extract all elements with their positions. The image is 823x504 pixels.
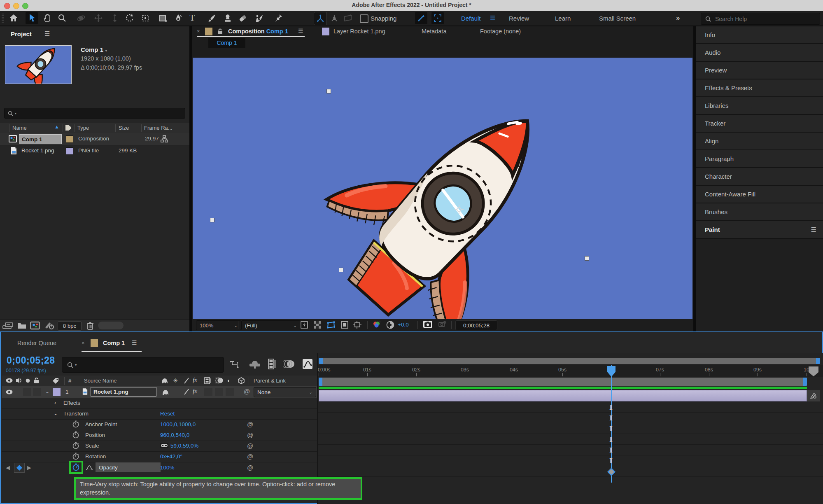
scrollbar-left-cap[interactable] [319, 358, 323, 364]
anchor-point-crosshair[interactable] [455, 205, 464, 214]
orbit-camera-tool[interactable] [75, 12, 87, 24]
opacity-keyframe[interactable] [607, 468, 616, 476]
row-name[interactable]: Rocket 1.png [21, 147, 54, 154]
sort-ascending-icon[interactable]: ▲ [54, 124, 59, 130]
effects-group-label[interactable]: Effects [63, 400, 80, 406]
layer-bar-end-cell[interactable] [807, 390, 820, 401]
zoom-tool[interactable] [56, 12, 68, 24]
selection-tool[interactable] [26, 12, 38, 24]
interpret-footage-icon[interactable] [2, 322, 13, 329]
label-color-swatch[interactable] [66, 135, 73, 143]
rotation-tool[interactable] [124, 12, 136, 24]
scale-stopwatch-icon[interactable] [72, 442, 79, 449]
show-snapshot-icon[interactable] [438, 321, 446, 328]
quality-toggle-icon[interactable] [184, 389, 189, 395]
tab-layer[interactable]: Layer Rocket 1.png [333, 28, 385, 35]
project-item-title[interactable]: Comp 1 ▾ [81, 46, 107, 53]
sidebar-item-audio[interactable]: Audio [696, 44, 823, 62]
effects-group-row[interactable]: › Effects [2, 398, 317, 409]
sidebar-item-paragraph[interactable]: Paragraph [696, 150, 823, 168]
graph-editor-icon[interactable] [302, 359, 313, 369]
exposure-value[interactable]: +0,0 [398, 322, 409, 328]
mask-visibility-icon[interactable] [341, 321, 348, 329]
anchor-point-stopwatch-icon[interactable] [72, 420, 79, 428]
work-area-end-handle[interactable] [803, 378, 807, 386]
timeline-horizontal-scrollbar[interactable] [319, 358, 820, 364]
draft-3d-icon[interactable] [249, 359, 260, 369]
property-pickwhip-icon[interactable]: @ [247, 432, 253, 439]
sidebar-item-info[interactable]: Info [696, 26, 823, 44]
dolly-camera-tool[interactable] [109, 12, 121, 24]
tab-footage[interactable]: Footage (none) [480, 28, 521, 35]
scrollbar-right-cap[interactable] [816, 358, 820, 364]
project-row-comp[interactable]: Comp 1 Composition 29,97 [0, 133, 189, 145]
audio-toggle-cell[interactable] [23, 388, 31, 396]
workspace-overflow-chevron[interactable]: » [676, 14, 680, 22]
rotation-value[interactable]: 0x+42,0° [160, 453, 182, 460]
expand-chevron-icon[interactable]: › [54, 400, 56, 406]
resolution-dropdown[interactable]: (Full)⌄ [241, 320, 301, 330]
layer-name-box[interactable]: Rocket 1.png [91, 387, 156, 397]
opacity-stopwatch-icon[interactable] [72, 463, 79, 471]
tab-composition[interactable]: Composition Comp 1 [228, 28, 288, 35]
close-tab-icon[interactable]: × [82, 340, 85, 346]
label-color-swatch[interactable] [66, 147, 73, 155]
scale-row[interactable]: Scale 59,0,59,0% @ [2, 441, 317, 452]
view-axis-mode[interactable] [342, 12, 354, 24]
workspace-small-screen[interactable]: Small Screen [599, 15, 636, 22]
timeline-panel-menu-icon[interactable]: ☰ [132, 339, 137, 346]
anchor-point-value[interactable]: 1000,0,1000,0 [160, 421, 196, 427]
pen-tool[interactable] [172, 12, 184, 24]
property-pickwhip-icon[interactable]: @ [247, 421, 253, 428]
world-axis-mode[interactable] [328, 12, 340, 24]
frame-blending-icon[interactable] [268, 359, 277, 369]
sidebar-item-libraries[interactable]: Libraries [696, 97, 823, 115]
opacity-value[interactable]: 100% [160, 464, 175, 471]
keyframe-navigator-diamond-box[interactable] [14, 463, 25, 473]
constrain-proportions-link-icon[interactable] [160, 443, 168, 448]
current-time-indicator-line[interactable] [611, 365, 612, 483]
pan-camera-tool[interactable] [92, 12, 105, 24]
crop-icon[interactable] [353, 321, 361, 329]
project-search-input[interactable] [16, 110, 162, 117]
rotation-row[interactable]: Rotation 0x+42,0° @ [2, 451, 317, 462]
tab-render-queue[interactable]: Render Queue [17, 340, 56, 346]
position-stopwatch-icon[interactable] [72, 431, 79, 439]
position-label[interactable]: Position [85, 432, 105, 438]
timeline-search-input[interactable] [77, 362, 208, 369]
property-pickwhip-icon[interactable]: @ [247, 453, 253, 460]
comp-panel-menu-icon[interactable]: ☰ [298, 28, 303, 34]
tab-metadata[interactable]: Metadata [422, 28, 446, 35]
layer-duration-bar[interactable] [319, 390, 807, 401]
project-panel-menu-icon[interactable]: ☰ [44, 30, 50, 37]
project-row-name-cell[interactable]: Comp 1 [19, 134, 62, 144]
timeline-current-time[interactable]: 0;00;05;28 [7, 355, 55, 366]
layer-row[interactable]: ⌄ 1 Rocket 1.png fx @ None⌄ [2, 386, 317, 398]
layer-handle[interactable] [326, 89, 331, 93]
exposure-icon[interactable] [386, 321, 394, 329]
fast-previews-icon[interactable] [300, 320, 309, 329]
layer-handle[interactable] [585, 256, 589, 261]
project-footer-scrollbar[interactable] [98, 322, 124, 329]
fx-toggle-icon[interactable]: fx [193, 388, 197, 395]
layer-visibility-eye-icon[interactable] [6, 390, 13, 394]
snapping-checkbox[interactable] [360, 14, 368, 23]
previous-keyframe-arrow[interactable]: ◀ [6, 464, 10, 471]
layer-label-swatch[interactable] [53, 388, 61, 396]
solo-toggle-cell[interactable] [33, 388, 41, 396]
layer-handle[interactable] [210, 218, 214, 222]
time-ruler[interactable]: 0:00s 01s 02s 03s 04s 05s 06s 07s 08s 09… [318, 365, 823, 377]
opacity-label-box[interactable]: Opacity [96, 462, 161, 472]
next-keyframe-arrow[interactable]: ▶ [27, 464, 31, 471]
anchor-point-row[interactable]: Anchor Point 1000,0,1000,0 @ [2, 419, 317, 430]
help-search-input[interactable] [714, 15, 811, 23]
parent-pickwhip-icon[interactable]: @ [244, 388, 250, 395]
sidebar-item-preview[interactable]: Preview [696, 62, 823, 79]
sidebar-item-align[interactable]: Align [696, 133, 823, 150]
workspace-review[interactable]: Review [509, 15, 529, 22]
work-area-start-handle[interactable] [319, 378, 322, 386]
scale-label[interactable]: Scale [85, 443, 99, 449]
shy-toggle-icon[interactable] [162, 390, 169, 395]
project-tab[interactable]: Project [11, 30, 32, 37]
expression-graph-icon[interactable] [86, 465, 93, 470]
